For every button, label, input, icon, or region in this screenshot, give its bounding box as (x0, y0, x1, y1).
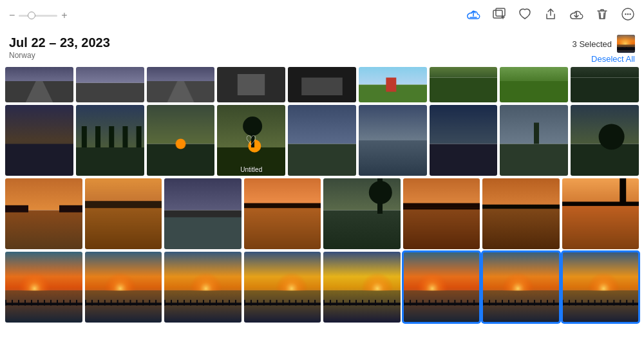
zoom-controls: − + (9, 10, 68, 21)
photo-r4c1[interactable] (5, 252, 82, 323)
photo-r3c8[interactable] (562, 178, 639, 249)
favorite-icon[interactable] (518, 7, 532, 24)
photo-r3c2[interactable] (85, 178, 162, 249)
photo-r3c1[interactable] (5, 178, 82, 249)
photo-row-3 (5, 178, 639, 249)
photo-untitled-label: Untitled (240, 166, 262, 173)
date-range: Jul 22 – 23, 2023 (9, 35, 110, 50)
photo-r4c3[interactable] (164, 252, 242, 323)
photo-r2c9[interactable] (571, 105, 639, 176)
photo-r4c8-selected[interactable] (562, 252, 639, 323)
header-info: Jul 22 – 23, 2023 Norway (9, 35, 110, 60)
photo-r1c5[interactable] (288, 67, 356, 102)
photo-r3c5[interactable] (323, 178, 401, 249)
upload-icloud-icon[interactable] (466, 7, 480, 24)
photo-r1c3[interactable] (147, 67, 215, 102)
add-to-album-icon[interactable] (492, 7, 506, 24)
photo-r2c2[interactable] (76, 105, 144, 176)
toolbar-actions (466, 7, 635, 24)
photo-r1c2[interactable] (76, 67, 144, 102)
zoom-in-button[interactable]: + (61, 10, 67, 21)
photo-r2c7[interactable] (430, 105, 498, 176)
photo-r1c9[interactable] (571, 67, 639, 102)
photo-r1c6[interactable] (359, 67, 427, 102)
zoom-out-button[interactable]: − (9, 10, 15, 21)
photo-r4c2[interactable] (85, 252, 162, 323)
svg-rect-1 (496, 8, 505, 16)
more-options-icon[interactable] (621, 7, 635, 24)
photo-r2c6[interactable] (359, 105, 427, 176)
photo-row-1 (5, 67, 639, 102)
heart-overlay-icon: ♡ (245, 133, 257, 148)
svg-point-5 (625, 13, 626, 14)
album-header: Jul 22 – 23, 2023 Norway 3 Selected Dese… (0, 31, 644, 64)
download-icloud-icon[interactable] (569, 7, 583, 24)
photo-r4c7-selected[interactable] (482, 252, 560, 323)
photo-r2c8[interactable] (500, 105, 568, 176)
photo-r3c6[interactable] (403, 178, 480, 249)
photo-grid: ♡ Untitled (0, 64, 644, 338)
photo-r2c5[interactable] (288, 105, 356, 176)
zoom-thumb (28, 12, 35, 19)
toolbar: − + (0, 0, 644, 31)
photo-r3c3[interactable] (164, 178, 242, 249)
photo-r1c7[interactable] (430, 67, 498, 102)
selected-thumbnail-preview (617, 35, 635, 53)
photo-r1c8[interactable] (500, 67, 568, 102)
zoom-slider[interactable] (19, 15, 57, 17)
photo-r4c4[interactable] (244, 252, 321, 323)
location-label: Norway (9, 51, 110, 60)
trash-icon[interactable] (595, 7, 609, 24)
photo-r2c4[interactable]: ♡ Untitled (217, 105, 285, 176)
selected-count-area: 3 Selected (573, 35, 635, 53)
photo-r2c3[interactable] (147, 105, 215, 176)
share-icon[interactable] (544, 7, 558, 24)
photo-row-2: ♡ Untitled (5, 105, 639, 176)
svg-rect-0 (493, 10, 502, 18)
deselect-all-button[interactable]: Deselect All (591, 54, 635, 64)
photo-row-4 (5, 252, 639, 323)
photo-r1c1[interactable] (5, 67, 73, 102)
photo-r3c4[interactable] (244, 178, 321, 249)
photo-r2c1[interactable] (5, 105, 73, 176)
svg-point-6 (627, 13, 629, 14)
photo-r1c4[interactable] (217, 67, 285, 102)
selected-count-label: 3 Selected (573, 39, 612, 49)
photo-r4c5[interactable] (323, 252, 401, 323)
photo-r4c6-selected[interactable] (403, 252, 480, 323)
photo-r3c7[interactable] (482, 178, 560, 249)
svg-point-7 (629, 13, 630, 14)
selection-info: 3 Selected Deselect All (573, 35, 635, 64)
